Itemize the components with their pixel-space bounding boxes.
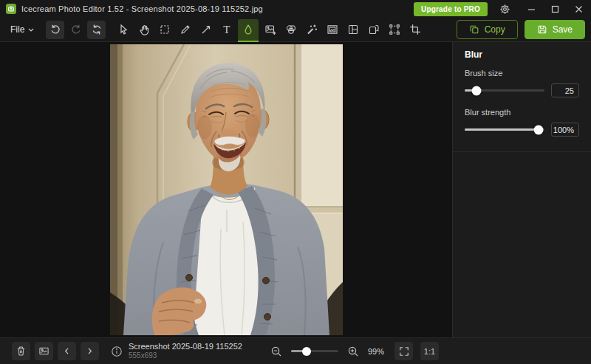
selection-rectangle-icon: [159, 24, 171, 35]
title-bar: Icecream Photo Editor 1.52 - Screenshot …: [0, 0, 591, 18]
resize-icon: [389, 24, 400, 35]
rotate-page-icon: [368, 24, 380, 35]
copy-button-label: Copy: [485, 24, 505, 35]
zoom-in-button[interactable]: [346, 344, 361, 359]
canvas-area: [0, 42, 452, 337]
color-circles-icon: [285, 24, 297, 35]
collage-grid-icon: [347, 24, 359, 35]
reset-tool-button[interactable]: [87, 21, 106, 39]
window-title: Icecream Photo Editor 1.52 - Screenshot …: [21, 4, 263, 13]
brush-size-slider[interactable]: [465, 89, 544, 92]
hand-tool-button[interactable]: [134, 21, 153, 39]
upgrade-to-pro-button[interactable]: Upgrade to PRO: [414, 2, 488, 16]
save-button[interactable]: Save: [525, 20, 585, 39]
trash-icon: [16, 346, 27, 357]
color-adjust-tool-button[interactable]: [281, 21, 300, 39]
next-image-button[interactable]: [81, 342, 99, 360]
brush-size-slider-thumb[interactable]: [472, 86, 482, 95]
main-area: Blur Brush size 25 Blur strength 100%: [0, 42, 591, 337]
file-info: Screenshot 2025-08-19 115252 555x693: [111, 342, 242, 360]
frame-icon: [327, 24, 338, 35]
panel-title: Blur: [465, 49, 579, 60]
add-image-tool-button[interactable]: [261, 21, 279, 39]
previous-image-button[interactable]: [58, 342, 76, 360]
blur-strength-label: Blur strength: [465, 108, 579, 117]
effects-tool-button[interactable]: [302, 21, 321, 39]
fit-screen-icon: [399, 346, 409, 357]
redo-tool-button[interactable]: [66, 21, 85, 39]
minimize-button[interactable]: [525, 2, 538, 16]
status-filename: Screenshot 2025-08-19 115252: [129, 342, 242, 351]
blur-tool-button[interactable]: [238, 19, 259, 41]
arrow-icon: [200, 24, 212, 35]
frame-tool-button[interactable]: [323, 21, 341, 39]
zoom-controls: 99% 1:1: [269, 342, 439, 360]
canvas-image[interactable]: [110, 44, 343, 335]
chevron-down-icon: [28, 28, 34, 32]
blur-strength-slider-fill: [465, 128, 539, 131]
arrow-tool-button[interactable]: [197, 21, 215, 39]
select-area-tool-button[interactable]: [155, 21, 174, 39]
zoom-in-icon: [347, 346, 359, 357]
app-window: Icecream Photo Editor 1.52 - Screenshot …: [0, 0, 591, 364]
toolbar: File: [0, 18, 591, 42]
crop-tool-button[interactable]: [406, 21, 424, 39]
pencil-tool-button[interactable]: [176, 21, 194, 39]
brush-size-value-input[interactable]: 25: [551, 83, 579, 97]
reset-refresh-icon: [91, 24, 103, 35]
cursor-icon: [117, 24, 129, 35]
fit-to-screen-button[interactable]: [394, 342, 413, 360]
rotate-tool-button[interactable]: [364, 21, 383, 39]
undo-tool-button[interactable]: [46, 21, 64, 39]
info-icon: [111, 346, 123, 357]
status-image-dimensions: 555x693: [129, 351, 242, 360]
image-icon: [38, 346, 49, 357]
crop-icon: [409, 24, 421, 35]
magic-wand-icon: [306, 24, 318, 35]
delete-image-button[interactable]: [12, 342, 30, 360]
hand-icon: [138, 24, 150, 35]
cursor-tool-button[interactable]: [114, 21, 132, 39]
chevron-left-icon: [62, 346, 72, 356]
blur-strength-slider-thumb[interactable]: [534, 125, 544, 134]
close-button[interactable]: [572, 2, 585, 16]
save-icon: [537, 24, 547, 35]
zoom-percentage: 99%: [368, 347, 387, 356]
text-tool-icon: T: [223, 24, 230, 35]
copy-icon: [469, 24, 479, 35]
maximize-button[interactable]: [548, 2, 561, 16]
brush-size-label: Brush size: [465, 69, 579, 78]
blur-droplet-icon: [242, 24, 254, 35]
pencil-icon: [180, 24, 191, 35]
collage-tool-button[interactable]: [344, 21, 362, 39]
zoom-out-icon: [270, 346, 282, 357]
add-image-icon: [264, 24, 276, 35]
chevron-right-icon: [85, 346, 95, 356]
copy-button[interactable]: Copy: [457, 20, 518, 39]
tool-options-panel: Blur Brush size 25 Blur strength 100%: [452, 42, 591, 337]
zoom-slider[interactable]: [291, 350, 338, 352]
redo-icon: [70, 24, 82, 35]
blur-strength-slider[interactable]: [465, 128, 544, 131]
gallery-button[interactable]: [35, 342, 53, 360]
file-menu-label: File: [10, 24, 24, 35]
blur-settings-section: Blur Brush size 25 Blur strength 100%: [453, 42, 591, 152]
app-logo-icon: [6, 4, 16, 14]
text-tool-button[interactable]: T: [217, 21, 236, 39]
blur-strength-value-input[interactable]: 100%: [551, 123, 579, 137]
zoom-slider-thumb[interactable]: [302, 347, 311, 356]
settings-gear-icon[interactable]: [498, 2, 511, 16]
undo-icon: [49, 24, 61, 35]
status-bar: Screenshot 2025-08-19 115252 555x693 99%: [0, 337, 591, 364]
zoom-out-button[interactable]: [269, 344, 284, 359]
file-menu-button[interactable]: File: [6, 21, 38, 38]
resize-tool-button[interactable]: [385, 21, 403, 39]
actual-size-button[interactable]: 1:1: [420, 342, 439, 360]
save-button-label: Save: [553, 24, 573, 35]
